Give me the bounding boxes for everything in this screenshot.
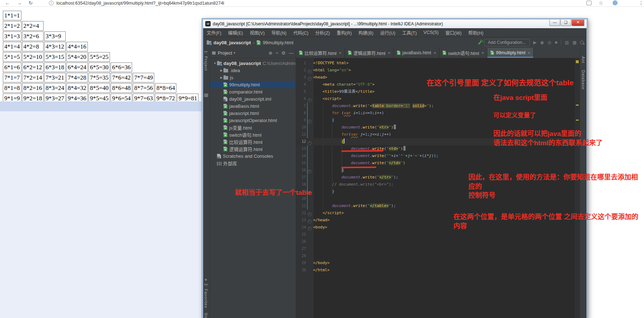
page-highlight-band <box>0 101 202 111</box>
run-play-icon[interactable]: ▶ <box>533 37 537 48</box>
locate-icon[interactable]: ⊕ <box>268 50 272 56</box>
tree-item[interactable]: javascriptOperator.html <box>210 117 296 124</box>
menu-item[interactable]: 重构(R) <box>337 29 352 36</box>
annotation-text: 就相当于去写了一个table <box>235 188 312 197</box>
collapse-all-icon[interactable]: ÷ <box>276 50 278 56</box>
tree-item[interactable]: ▼day08_javascriptC:\Users\Administr <box>210 60 296 67</box>
menu-item[interactable]: 工具(T) <box>402 29 417 36</box>
expand-arrow-icon[interactable]: ▶ <box>219 69 223 72</box>
add-configuration-button[interactable]: Add Configuration... <box>484 39 530 46</box>
tree-item[interactable]: day08_javascript.iml <box>210 95 296 102</box>
fold-marker[interactable]: − <box>306 67 313 74</box>
page-info-icon[interactable]: i <box>49 1 54 5</box>
search-icon[interactable] <box>580 41 584 44</box>
close-icon[interactable]: × <box>434 51 436 55</box>
close-icon[interactable]: × <box>482 51 484 55</box>
favorites-star-icon[interactable]: ★ <box>204 278 207 282</box>
gear-icon[interactable]: ⚙ <box>281 50 286 56</box>
editor-tab[interactable]: 逻辑运算符.html× <box>345 48 394 58</box>
tree-item[interactable]: switch语句.html <box>210 131 296 138</box>
menu-item[interactable]: 窗口(W) <box>446 29 462 36</box>
fold-marker[interactable]: − <box>306 210 313 217</box>
tree-item[interactable]: 比较运算符.html <box>210 138 296 145</box>
table-cell: 7*6=42 <box>111 73 132 82</box>
debug-bug-icon[interactable]: ◉ <box>540 37 544 48</box>
tree-item[interactable]: javaBasis.html <box>210 102 296 110</box>
tree-item[interactable]: js变量.html <box>210 124 296 131</box>
project-panel-title[interactable]: Project <box>218 50 232 56</box>
toolwindow-structure-tab[interactable]: Structure <box>204 313 208 318</box>
tree-item[interactable]: 逻辑运算符.html <box>210 145 296 152</box>
toolwindow-ant-tab[interactable]: Ant <box>581 56 585 64</box>
toolwindow-favorites-tab[interactable]: 2: Favorites <box>204 283 208 308</box>
folder-icon <box>223 69 228 72</box>
editor-tab[interactable]: switch语句.html× <box>439 48 487 58</box>
tree-item[interactable]: 外部库 <box>210 160 296 167</box>
save-page-icon[interactable] <box>587 1 592 5</box>
tab-label: javaBasis.html <box>402 50 431 55</box>
menu-item[interactable]: 构建(B) <box>358 29 373 36</box>
browser-menu-icon[interactable]: ⋮ <box>639 0 644 6</box>
editor-tab[interactable]: 比较运算符.html× <box>296 48 345 58</box>
fold-marker[interactable]: − <box>306 117 313 124</box>
breadcrumb-project[interactable]: day08_javascript <box>213 40 251 45</box>
chevron-down-icon[interactable]: ▾ <box>233 51 235 55</box>
bookmark-star-icon[interactable]: ☆ <box>599 0 603 6</box>
profile-avatar[interactable] <box>613 0 618 5</box>
tree-item[interactable]: javascript.html <box>210 110 296 117</box>
toolwindow-project-tab[interactable]: 1: Project <box>204 51 208 71</box>
fold-marker[interactable]: − <box>306 224 313 231</box>
fold-marker[interactable]: − <box>306 167 313 174</box>
menu-item[interactable]: 编辑(E) <box>228 29 243 36</box>
tree-item[interactable]: Scratches and Consoles <box>210 152 296 160</box>
tree-item[interactable]: comparator.html <box>210 88 296 95</box>
fold-marker <box>306 81 313 88</box>
menu-item[interactable]: 导航(N) <box>271 29 286 36</box>
close-icon[interactable]: × <box>388 51 390 55</box>
editor-tab[interactable]: javaBasis.html× <box>394 48 439 58</box>
close-icon[interactable]: × <box>339 51 341 55</box>
fold-marker[interactable]: − <box>306 74 313 81</box>
project-structure-icon[interactable]: ▤ <box>565 37 569 48</box>
editor-tab[interactable]: 99multiply.html× <box>487 48 534 58</box>
menu-item[interactable]: VCS(S) <box>423 30 438 35</box>
refresh-icon[interactable]: ↻ <box>29 0 33 6</box>
table-cell: 5*2=10 <box>22 52 44 62</box>
code-text: } <box>313 188 334 195</box>
menu-item[interactable]: 代码(C) <box>293 29 308 36</box>
tree-item-label: javaBasis.html <box>229 104 259 109</box>
hide-panel-icon[interactable]: — <box>289 50 293 56</box>
forward-icon[interactable]: → <box>17 0 22 6</box>
build-wrench-icon[interactable] <box>478 40 482 45</box>
close-icon[interactable]: × <box>528 51 530 55</box>
window-controls: — ❑ ✕ <box>549 20 584 26</box>
back-icon[interactable]: ← <box>5 0 10 6</box>
expand-arrow-icon[interactable]: ▼ <box>213 62 217 65</box>
fold-marker[interactable]: − <box>306 217 313 224</box>
menu-item[interactable]: 视图(V) <box>250 29 265 36</box>
minimize-button[interactable]: — <box>549 20 560 26</box>
menu-item[interactable]: 帮助(H) <box>468 29 483 36</box>
close-button[interactable]: ✕ <box>572 20 584 26</box>
table-cell: 7*7=49 <box>133 73 154 82</box>
coverage-icon[interactable]: ◎ <box>548 37 551 48</box>
stop-icon[interactable]: ■ <box>555 37 557 48</box>
bookmark-icon[interactable] <box>204 94 208 97</box>
html-icon <box>223 132 227 137</box>
expand-arrow-icon[interactable]: ▶ <box>219 76 223 79</box>
fold-marker[interactable]: − <box>306 95 313 102</box>
fold-marker[interactable]: − <box>306 138 313 145</box>
tree-item[interactable]: ▶.idea <box>210 67 296 74</box>
maximize-button[interactable]: ❑ <box>560 20 571 26</box>
tree-item[interactable]: ▶js <box>210 74 296 81</box>
address-bar-url[interactable]: localhost:63542/day08_javascript/99multi… <box>56 0 224 6</box>
ide-title-bar[interactable]: IJ day08_javascript [C:\Users\Administra… <box>203 20 587 28</box>
tree-item[interactable]: 99multiply.html <box>210 81 296 88</box>
menu-item[interactable]: 运行(U) <box>380 29 395 36</box>
breadcrumb-file[interactable]: 99multiply.html <box>263 40 293 45</box>
layout-icon[interactable]: ▦ <box>573 37 577 48</box>
tab-label: 99multiply.html <box>496 50 525 55</box>
menu-item[interactable]: 文件(F) <box>207 29 221 36</box>
toolwindow-database-tab[interactable]: Database <box>581 70 585 90</box>
menu-item[interactable]: 分析(Z) <box>315 29 330 36</box>
